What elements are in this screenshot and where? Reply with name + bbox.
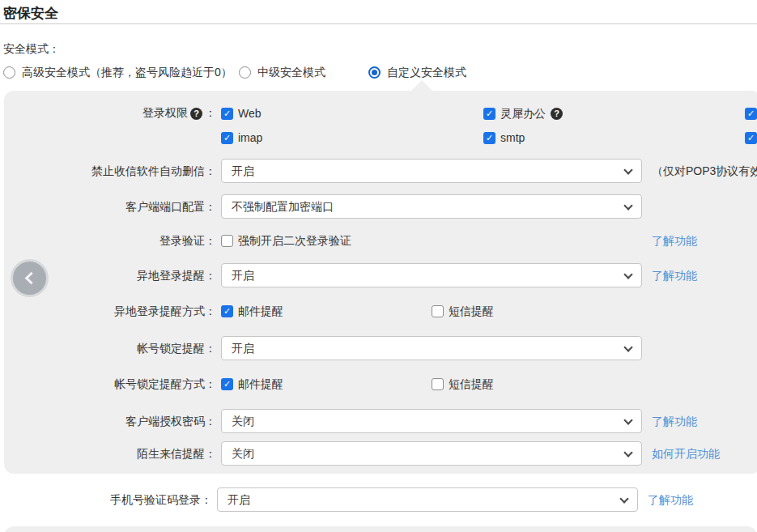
client-auth-password-label: 客户端授权密码： (4, 409, 216, 433)
login-permission-label: 登录权限 ? ： (4, 107, 216, 120)
security-settings-page: 密保安全 安全模式： 高级安全模式（推荐，盗号风险趋近于0） 中级安全模式 自定… (0, 0, 757, 532)
radio-medium-mode[interactable]: 中级安全模式 (239, 66, 325, 79)
checkbox-item-lock-sms-remind[interactable]: 短信提醒 (432, 377, 494, 390)
checkbox-label: 短信提醒 (449, 377, 494, 390)
select-value: 不强制配置加密端口 (232, 195, 334, 218)
radio-label: 中级安全模式 (257, 66, 325, 80)
checkbox-remote-mail-remind[interactable] (221, 305, 233, 317)
chevron-down-icon (619, 494, 628, 503)
checkbox-item-clipped-2[interactable] (745, 131, 757, 144)
auto-delete-note: （仅对POP3协议有效。 (652, 159, 757, 183)
checkbox-label: 强制开启二次登录验证 (238, 234, 351, 247)
radio-label: 高级安全模式（推荐，盗号风险趋近于0） (22, 66, 232, 80)
checkbox-item-web[interactable]: Web (221, 107, 262, 120)
checkbox-lock-mail-remind[interactable] (221, 378, 233, 390)
chevron-down-icon (623, 201, 632, 210)
checkbox-item-clipped-1[interactable] (745, 107, 757, 120)
radio-label: 自定义安全模式 (387, 66, 466, 80)
chevron-down-icon (623, 415, 632, 424)
select-value: 开启 (232, 264, 254, 287)
checkbox-item-force-second-verify[interactable]: 强制开启二次登录验证 (221, 234, 351, 247)
custom-mode-panel: 登录权限 ? ： Web 灵犀办公 ? imap smtp (4, 91, 757, 474)
checkbox-item-remote-mail-remind[interactable]: 邮件提醒 (221, 304, 283, 317)
checkbox-label: smtp (500, 131, 525, 144)
select-value: 开启 (228, 488, 250, 511)
login-verify-label: 登录验证： (4, 234, 216, 247)
chevron-down-icon (623, 448, 632, 457)
checkbox-web[interactable] (221, 108, 233, 120)
checkbox-force-second-verify[interactable] (221, 235, 233, 247)
checkbox-label: 邮件提醒 (238, 304, 283, 317)
radio-custom-mode[interactable]: 自定义安全模式 (368, 66, 466, 79)
client-auth-password-select[interactable]: 关闭 (221, 409, 642, 433)
port-config-label: 客户端端口配置： (4, 194, 216, 219)
checkbox-clipped-2[interactable] (745, 132, 757, 144)
select-value: 关闭 (232, 410, 254, 432)
checkbox-item-lock-mail-remind[interactable]: 邮件提醒 (221, 377, 283, 390)
checkbox-item-imap[interactable]: imap (221, 131, 262, 144)
remote-login-method-label: 异地登录提醒方式： (4, 304, 216, 317)
learn-more-link[interactable]: 了解功能 (652, 409, 697, 433)
auto-delete-select[interactable]: 开启 (221, 159, 642, 183)
port-config-select[interactable]: 不强制配置加密端口 (221, 194, 642, 219)
account-lock-remind-select[interactable]: 开启 (221, 336, 642, 360)
phone-code-login-select[interactable]: 开启 (217, 487, 638, 512)
learn-more-link[interactable]: 了解功能 (648, 487, 693, 512)
radio-icon[interactable] (239, 66, 251, 79)
select-value: 开启 (232, 337, 254, 360)
checkbox-remote-sms-remind[interactable] (432, 305, 444, 317)
stranger-mail-remind-select[interactable]: 关闭 (221, 441, 642, 466)
learn-more-link[interactable]: 了解功能 (652, 234, 697, 247)
checkbox-clipped-1[interactable] (745, 108, 757, 120)
help-icon[interactable]: ? (551, 108, 563, 120)
remote-login-remind-select[interactable]: 开启 (221, 263, 642, 287)
help-icon[interactable]: ? (190, 108, 202, 120)
select-value: 关闭 (232, 442, 254, 465)
radio-icon[interactable] (368, 66, 381, 79)
how-to-enable-link[interactable]: 如何开启功能 (652, 441, 720, 466)
chevron-down-icon (623, 343, 632, 351)
panel-pointer (411, 80, 432, 91)
account-lock-method-label: 帐号锁定提醒方式： (4, 377, 216, 390)
checkbox-label: 灵犀办公 (500, 107, 546, 120)
learn-more-link[interactable]: 了解功能 (652, 263, 697, 287)
checkbox-imap[interactable] (221, 132, 233, 144)
chevron-left-icon (25, 272, 38, 285)
account-lock-remind-label: 帐号锁定提醒： (4, 336, 216, 360)
carousel-prev-button[interactable] (11, 259, 49, 297)
select-value: 开启 (232, 160, 254, 182)
chevron-down-icon (623, 165, 632, 174)
next-section-panel (4, 526, 757, 532)
checkbox-item-remote-sms-remind[interactable]: 短信提醒 (432, 304, 494, 317)
checkbox-label: 邮件提醒 (238, 377, 283, 390)
header-divider (0, 23, 757, 24)
checkbox-smtp[interactable] (483, 132, 495, 144)
phone-code-login-label: 手机号验证码登录： (0, 487, 212, 512)
label-text: 登录权限 (142, 106, 188, 121)
radio-advanced-mode[interactable]: 高级安全模式（推荐，盗号风险趋近于0） (3, 66, 232, 79)
chevron-down-icon (623, 270, 632, 279)
checkbox-label: 短信提醒 (449, 304, 494, 317)
checkbox-item-lingxi-office[interactable]: 灵犀办公 ? (483, 107, 563, 120)
security-mode-label: 安全模式： (3, 42, 60, 57)
stranger-mail-remind-label: 陌生来信提醒： (4, 441, 216, 466)
checkbox-label: imap (238, 131, 262, 144)
checkbox-lock-sms-remind[interactable] (432, 378, 444, 390)
checkbox-label: Web (238, 107, 262, 120)
checkbox-item-smtp[interactable]: smtp (483, 131, 525, 144)
page-title: 密保安全 (3, 4, 58, 23)
checkbox-lingxi-office[interactable] (483, 108, 495, 120)
radio-icon[interactable] (3, 66, 15, 79)
label-colon: ： (205, 106, 216, 121)
auto-delete-label: 禁止收信软件自动删信： (4, 159, 216, 183)
